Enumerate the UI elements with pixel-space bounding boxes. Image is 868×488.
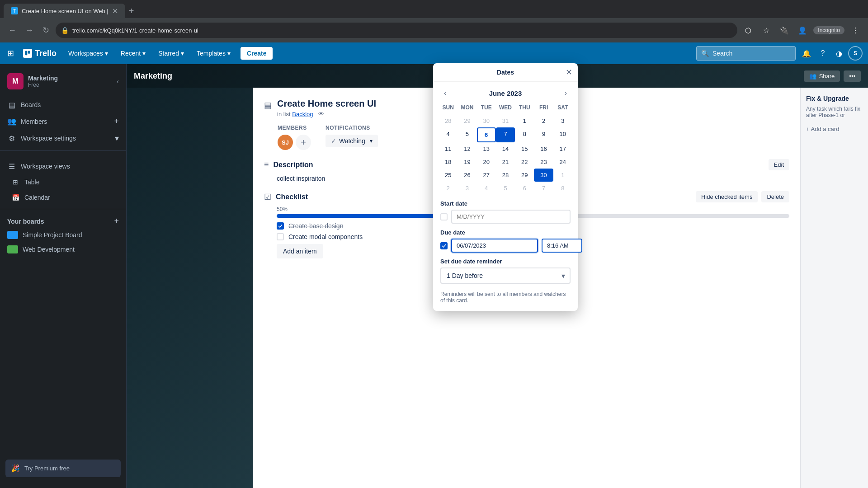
- calendar-day[interactable]: 20: [477, 155, 496, 169]
- theme-icon[interactable]: ◑: [832, 46, 846, 61]
- profile-icon[interactable]: 👤: [795, 23, 810, 38]
- recent-menu[interactable]: Recent ▾: [116, 47, 150, 60]
- calendar-day[interactable]: 3: [458, 182, 476, 195]
- address-bar[interactable]: 🔒 trello.com/c/kQq0k1NY/1-create-home-sc…: [56, 23, 737, 38]
- hide-checked-button[interactable]: Hide checked items: [696, 191, 758, 202]
- calendar-day[interactable]: 4: [439, 127, 458, 142]
- add-board-icon[interactable]: +: [114, 216, 119, 226]
- bookmark-icon[interactable]: ☆: [759, 23, 774, 38]
- sidebar-collapse-button[interactable]: ‹: [117, 78, 119, 85]
- calendar-day[interactable]: 9: [534, 127, 553, 142]
- board-item-web-dev[interactable]: Web Development: [0, 242, 126, 257]
- calendar-day[interactable]: 1: [553, 169, 572, 182]
- next-month-button[interactable]: ›: [561, 87, 571, 99]
- calendar-day[interactable]: 17: [553, 142, 572, 155]
- calendar-day[interactable]: 30: [477, 114, 496, 127]
- due-date-input[interactable]: [451, 239, 538, 253]
- calendar-day[interactable]: 5: [496, 182, 515, 195]
- menu-icon[interactable]: ⋮: [848, 23, 863, 38]
- calendar-day[interactable]: 16: [534, 142, 553, 155]
- checklist-checkbox-checked[interactable]: [277, 222, 284, 230]
- edit-description-button[interactable]: Edit: [769, 159, 789, 170]
- add-item-button[interactable]: Add an item: [277, 244, 323, 258]
- search-input[interactable]: 🔍 Search: [696, 46, 796, 61]
- trello-logo[interactable]: Trello: [19, 47, 60, 60]
- sidebar-item-boards[interactable]: ▤ Boards: [0, 97, 126, 113]
- share-button[interactable]: 👥 Share: [804, 70, 840, 82]
- due-date-checkbox[interactable]: [440, 242, 448, 249]
- calendar-day[interactable]: 25: [439, 169, 458, 182]
- grid-icon[interactable]: ⊞: [5, 47, 16, 60]
- calendar-day[interactable]: 3: [553, 114, 572, 127]
- calendar-day[interactable]: 5: [458, 127, 476, 142]
- calendar-day[interactable]: 6: [477, 127, 496, 142]
- watching-button[interactable]: ✓ Watching ▾: [326, 135, 378, 147]
- calendar-day[interactable]: 19: [458, 155, 476, 169]
- calendar-day[interactable]: 8: [515, 127, 534, 142]
- workspaces-menu[interactable]: Workspaces ▾: [64, 47, 113, 60]
- calendar-day[interactable]: 2: [439, 182, 458, 195]
- calendar-day[interactable]: 11: [439, 142, 458, 155]
- start-date-checkbox[interactable]: [440, 213, 448, 221]
- delete-checklist-button[interactable]: Delete: [761, 191, 789, 202]
- starred-menu[interactable]: Starred ▾: [154, 47, 189, 60]
- forward-button[interactable]: →: [23, 24, 36, 37]
- add-member-button[interactable]: +: [296, 135, 311, 150]
- calendar-day[interactable]: 14: [496, 142, 515, 155]
- add-member-icon[interactable]: +: [114, 117, 119, 126]
- calendar-day[interactable]: 7: [496, 127, 515, 142]
- calendar-day[interactable]: 22: [515, 155, 534, 169]
- extensions-icon[interactable]: ⬡: [741, 23, 755, 38]
- browser-tab[interactable]: T Create Home screen UI on Web | ✕: [4, 4, 125, 18]
- calendar-day[interactable]: 12: [458, 142, 476, 155]
- back-button[interactable]: ←: [5, 24, 19, 37]
- card-list-link[interactable]: Backlog: [292, 111, 313, 117]
- notification-icon[interactable]: 🔔: [799, 46, 814, 61]
- calendar-day[interactable]: 4: [477, 182, 496, 195]
- calendar-day[interactable]: 28: [439, 114, 458, 127]
- calendar-day[interactable]: 29: [458, 114, 476, 127]
- create-button[interactable]: Create: [241, 47, 273, 60]
- sidebar-item-members[interactable]: 👥 Members +: [0, 113, 126, 130]
- calendar-day[interactable]: 18: [439, 155, 458, 169]
- more-button[interactable]: •••: [844, 70, 861, 82]
- reload-button[interactable]: ↻: [40, 23, 52, 37]
- sidebar-item-workspace-views[interactable]: ☰ Workspace views: [0, 158, 126, 174]
- calendar-day[interactable]: 24: [553, 155, 572, 169]
- calendar-day[interactable]: 30: [534, 169, 553, 182]
- sidebar-item-workspace-settings[interactable]: ⚙ Workspace settings ▾: [0, 130, 126, 147]
- calendar-day[interactable]: 23: [534, 155, 553, 169]
- user-avatar[interactable]: S: [848, 46, 863, 61]
- calendar-day[interactable]: 2: [534, 114, 553, 127]
- due-time-input[interactable]: [542, 239, 582, 253]
- board-item-simple[interactable]: Simple Project Board: [0, 228, 126, 242]
- help-icon[interactable]: ?: [816, 46, 830, 61]
- calendar-day[interactable]: 31: [496, 114, 515, 127]
- settings-expand-icon[interactable]: ▾: [115, 133, 119, 143]
- sidebar-item-calendar[interactable]: 📅 Calendar: [0, 190, 126, 205]
- calendar-day[interactable]: 29: [515, 169, 534, 182]
- calendar-day[interactable]: 1: [515, 114, 534, 127]
- calendar-day[interactable]: 13: [477, 142, 496, 155]
- sidebar-item-table[interactable]: ⊞ Table: [0, 174, 126, 190]
- member-avatar-sj[interactable]: SJ: [278, 135, 293, 150]
- calendar-day[interactable]: 10: [553, 127, 572, 142]
- calendar-day[interactable]: 8: [553, 182, 572, 195]
- calendar-day[interactable]: 15: [515, 142, 534, 155]
- calendar-day[interactable]: 26: [458, 169, 476, 182]
- close-popup-button[interactable]: ✕: [566, 67, 572, 77]
- prev-month-button[interactable]: ‹: [440, 87, 450, 99]
- try-premium-button[interactable]: 🎉 Try Premium free: [5, 460, 121, 477]
- calendar-day[interactable]: 7: [534, 182, 553, 195]
- checklist-checkbox-unchecked[interactable]: [277, 233, 284, 240]
- calendar-day[interactable]: 6: [515, 182, 534, 195]
- templates-menu[interactable]: Templates ▾: [192, 47, 235, 60]
- calendar-day[interactable]: 27: [477, 169, 496, 182]
- extensions-btn[interactable]: 🔌: [777, 23, 792, 38]
- reminder-select[interactable]: 1 Day before: [440, 267, 571, 284]
- add-card-button[interactable]: + Add a card: [806, 124, 863, 134]
- start-date-input[interactable]: [451, 210, 571, 224]
- new-tab-button[interactable]: +: [125, 4, 138, 18]
- tab-close-button[interactable]: ✕: [112, 7, 118, 15]
- calendar-day[interactable]: 28: [496, 169, 515, 182]
